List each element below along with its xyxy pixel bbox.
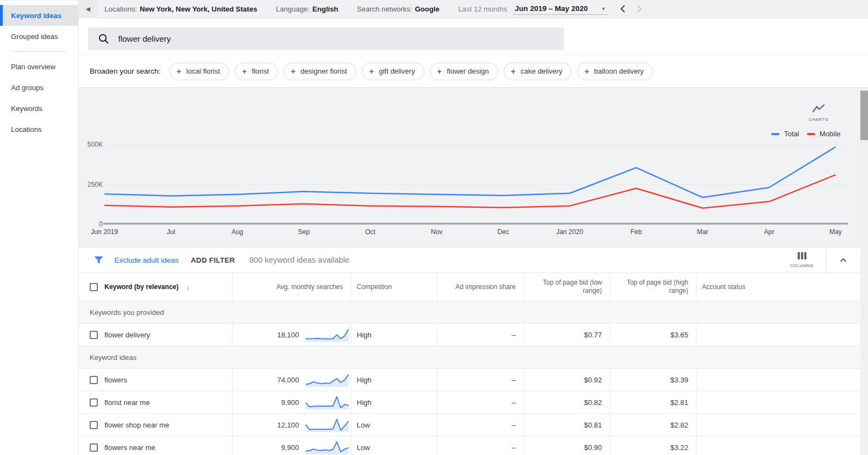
- date-range-dropdown[interactable]: Jun 2019 – May 2020 ▾: [513, 3, 608, 15]
- sidebar-divider: [11, 51, 67, 52]
- header-label: Top of page bid (low range): [524, 279, 602, 295]
- locations-setting[interactable]: Locations: New York, New York, United St…: [104, 5, 257, 13]
- chip-balloon-delivery[interactable]: + balloon delivery: [577, 63, 653, 80]
- search-input[interactable]: [118, 34, 536, 43]
- row-checkbox[interactable]: [90, 331, 98, 339]
- plus-icon: +: [176, 66, 181, 76]
- chip-designer-florist[interactable]: + designer florist: [284, 63, 356, 80]
- chevron-up-icon: [838, 257, 848, 263]
- legend-item-mobile[interactable]: Mobile: [807, 130, 841, 138]
- next-period-button[interactable]: [637, 5, 642, 13]
- header-top-of-page-bid-high[interactable]: Top of page bid (high range): [610, 273, 696, 301]
- table-row: flowers near me 9,900 Low – $0.90 $3.22: [79, 436, 860, 455]
- search-networks-setting[interactable]: Search networks: Google: [357, 5, 439, 13]
- chip-local-florist[interactable]: + local florist: [169, 63, 229, 80]
- bid-high-value: $3.65: [670, 331, 688, 339]
- keyword-cell: flower shop near me: [104, 421, 169, 429]
- scrollbar-thumb[interactable]: [860, 91, 868, 140]
- sidebar-item-plan-overview[interactable]: Plan overview: [0, 56, 78, 77]
- header-competition[interactable]: Competition: [351, 273, 437, 301]
- trend-chart-section: 500K 250K 0 Jun 2019JulAugSepOctNovDecJa…: [79, 88, 860, 247]
- chip-label: florist: [252, 67, 269, 75]
- sidebar-item-label: Ad groups: [11, 84, 43, 92]
- search-row: [79, 18, 868, 55]
- columns-icon: [798, 252, 806, 259]
- exclude-adult-ideas-link[interactable]: Exclude adult ideas: [114, 256, 179, 264]
- sparkline-chart: [305, 371, 350, 389]
- x-axis-tick: Jun 2019: [91, 228, 118, 236]
- ad-impression-share-value: –: [512, 331, 516, 339]
- search-networks-value: Google: [415, 5, 440, 13]
- chip-florist[interactable]: + florist: [235, 63, 278, 80]
- header-label: Account status: [702, 283, 745, 291]
- sidebar-item-keyword-ideas[interactable]: Keyword ideas: [0, 5, 78, 26]
- sidebar-item-ad-groups[interactable]: Ad groups: [0, 77, 78, 98]
- sidebar-item-grouped-ideas[interactable]: Grouped ideas: [0, 26, 78, 47]
- filter-funnel-icon: [94, 256, 103, 264]
- keyword-search-box[interactable]: [88, 27, 564, 50]
- select-all-checkbox[interactable]: [90, 283, 98, 291]
- charts-toggle-button[interactable]: CHARTS: [806, 104, 831, 122]
- sidebar-item-label: Keyword ideas: [11, 12, 62, 20]
- sparkline-chart: [305, 393, 350, 411]
- x-axis-tick: May: [830, 228, 842, 236]
- chevron-left-icon: [620, 5, 626, 13]
- avg-searches-value: 9,900: [281, 398, 299, 407]
- keyword-cell: flowers near me: [104, 443, 155, 452]
- x-axis-tick: Feb: [631, 228, 642, 236]
- x-axis-tick: Jan 2020: [556, 228, 583, 236]
- vertical-divider: [826, 250, 826, 270]
- columns-button[interactable]: COLUMNS: [790, 252, 814, 268]
- plus-icon: +: [437, 66, 442, 76]
- previous-period-button[interactable]: [620, 5, 626, 13]
- x-axis-tick: Apr: [764, 228, 775, 236]
- header-account-status[interactable]: Account status: [696, 273, 860, 301]
- bid-high-value: $2.82: [670, 421, 688, 429]
- avg-searches-value: 9,900: [281, 443, 299, 452]
- row-checkbox[interactable]: [90, 376, 98, 384]
- vertical-scrollbar[interactable]: [860, 88, 868, 455]
- collapse-table-button[interactable]: [838, 257, 848, 263]
- header-label: Keyword (by relevance): [104, 283, 179, 291]
- legend-item-total[interactable]: Total: [771, 130, 799, 138]
- y-axis-tick: 500K: [86, 141, 103, 148]
- chip-gift-delivery[interactable]: + gift delivery: [362, 63, 424, 80]
- y-axis-tick: 0: [86, 220, 103, 228]
- add-filter-button[interactable]: ADD FILTER: [191, 256, 235, 264]
- plus-icon: +: [291, 66, 296, 76]
- row-checkbox[interactable]: [90, 443, 98, 452]
- x-axis-tick: Mar: [697, 228, 709, 236]
- collapse-panel-button[interactable]: ◀: [79, 0, 97, 18]
- row-checkbox[interactable]: [90, 398, 98, 407]
- header-top-of-page-bid-low[interactable]: Top of page bid (low range): [523, 273, 610, 301]
- header-ad-impression-share[interactable]: Ad impression share: [437, 273, 523, 301]
- table-row: flowers 74,000 High – $0.92 $3.39: [79, 369, 860, 391]
- broaden-search-row: Broaden your search: + local florist + f…: [79, 55, 868, 88]
- sparkline-chart: [305, 326, 350, 343]
- sort-descending-icon: ↓: [186, 283, 190, 291]
- y-axis-tick: 250K: [86, 181, 103, 188]
- chip-label: gift delivery: [379, 67, 415, 75]
- chip-label: local florist: [186, 67, 220, 75]
- sidebar: Keyword ideas Grouped ideas Plan overvie…: [0, 0, 79, 455]
- sidebar-item-locations[interactable]: Locations: [0, 119, 78, 140]
- x-axis-tick: Aug: [231, 228, 243, 236]
- plus-icon: +: [584, 66, 589, 76]
- chip-label: designer florist: [301, 67, 347, 75]
- header-avg-monthly-searches[interactable]: Avg. monthly searches: [232, 273, 351, 301]
- header-label: Avg. monthly searches: [277, 283, 343, 291]
- language-setting[interactable]: Language: English: [276, 5, 338, 13]
- sidebar-item-keywords[interactable]: Keywords: [0, 98, 78, 119]
- competition-value: Low: [357, 421, 370, 429]
- search-networks-label: Search networks:: [357, 5, 412, 13]
- chip-label: flower design: [447, 67, 489, 75]
- locations-value: New York, New York, United States: [140, 5, 257, 13]
- row-checkbox[interactable]: [90, 421, 98, 429]
- sparkline-chart: [305, 439, 350, 455]
- chip-flower-design[interactable]: + flower design: [430, 63, 498, 80]
- section-keywords-you-provided: Keywords you provided: [79, 301, 860, 324]
- bid-high-value: $2.81: [670, 398, 688, 407]
- header-keyword[interactable]: Keyword (by relevance) ↓: [79, 273, 232, 301]
- trend-chart-svg: [79, 88, 860, 247]
- chip-cake-delivery[interactable]: + cake delivery: [504, 63, 572, 80]
